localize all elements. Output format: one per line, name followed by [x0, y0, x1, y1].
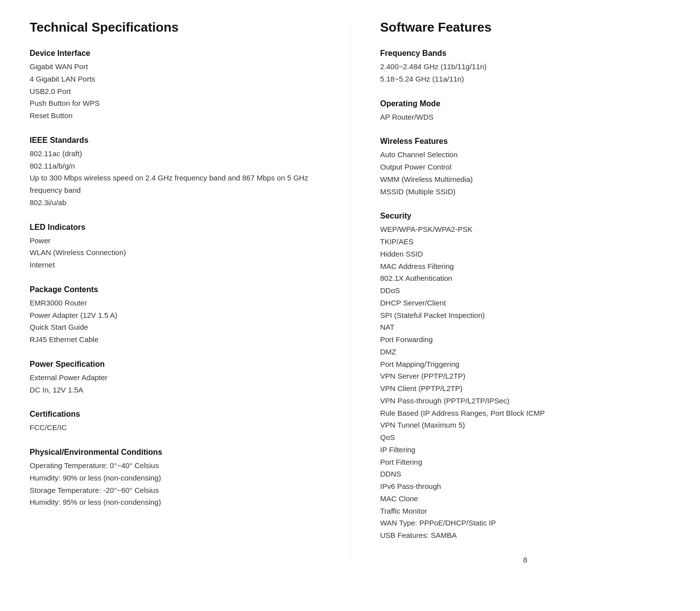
- section-heading-led-indicators: LED Indicators: [30, 223, 321, 232]
- section-line: IP Filtering: [380, 444, 671, 456]
- section-line: Hidden SSID: [380, 248, 671, 261]
- section-body-operating-mode: AP Router/WDS: [380, 111, 671, 124]
- section-line: Storage Temperature: -20°~60° Celsius: [30, 484, 321, 497]
- section-line: Operating Temperature: 0°~40° Celsius: [30, 460, 321, 472]
- section-line: Port Filtering: [380, 456, 671, 469]
- section-line: DDNS: [380, 468, 671, 480]
- section-line: WAN Type: PPPoE/DHCP/Static IP: [380, 517, 671, 529]
- section-line: Push Button for WPS: [30, 97, 321, 110]
- section-line: WLAN (Wireless Connection): [30, 247, 321, 259]
- section-line: 802.1X Authentication: [380, 272, 671, 285]
- section-line: Output Power Control: [380, 161, 671, 174]
- section-heading-ieee-standards: IEEE Standards: [30, 136, 321, 145]
- section-body-wireless-features: Auto Channel SelectionOutput Power Contr…: [380, 149, 671, 198]
- section-operating-mode: Operating ModeAP Router/WDS: [380, 99, 671, 124]
- section-body-security: WEP/WPA-PSK/WPA2-PSKTKIP/AESHidden SSIDM…: [380, 223, 671, 542]
- section-line: Up to 300 Mbps wireless speed on 2.4 GHz…: [30, 172, 321, 197]
- section-body-frequency-bands: 2.400~2.484 GHz (11b/11g/11n)5.18~5.24 G…: [380, 61, 671, 86]
- section-line: Humidity: 95% or less (non-condensing): [30, 496, 321, 509]
- section-line: Power: [30, 235, 321, 247]
- section-line: VPN Pass-through (PPTP/L2TP/IPSec): [380, 395, 671, 407]
- section-line: DDoS: [380, 285, 671, 297]
- section-line: MAC Address Filtering: [380, 261, 671, 273]
- section-line: Rule Based (IP Address Ranges, Port Bloc…: [380, 407, 671, 420]
- section-security: SecurityWEP/WPA-PSK/WPA2-PSKTKIP/AESHidd…: [380, 212, 671, 542]
- section-line: DC In, 12V 1.5A: [30, 384, 321, 396]
- section-line: Quick Start Guide: [30, 321, 321, 334]
- section-heading-physical-environmental: Physical/Environmental Conditions: [30, 448, 321, 457]
- section-body-package-contents: EMR3000 RouterPower Adapter (12V 1.5 A)Q…: [30, 297, 321, 346]
- section-device-interface: Device InterfaceGigabit WAN Port4 Gigabi…: [30, 49, 321, 122]
- section-line: USB Features: SAMBA: [380, 529, 671, 542]
- section-line: 802.11ac (draft): [30, 148, 321, 160]
- left-page-title: Technical Specifications: [30, 20, 321, 35]
- section-line: Power Adapter (12V 1.5 A): [30, 309, 321, 322]
- section-heading-package-contents: Package Contents: [30, 285, 321, 294]
- section-line: 4 Gigabit LAN Ports: [30, 73, 321, 86]
- right-sections: Frequency Bands2.400~2.484 GHz (11b/11g/…: [380, 49, 671, 542]
- section-line: DMZ: [380, 346, 671, 358]
- section-body-led-indicators: PowerWLAN (Wireless Connection)Internet: [30, 235, 321, 271]
- section-line: 802.3i/u/ab: [30, 197, 321, 209]
- section-line: TKIP/AES: [380, 236, 671, 248]
- section-heading-wireless-features: Wireless Features: [380, 137, 671, 146]
- section-line: Traffic Monitor: [380, 505, 671, 518]
- section-heading-frequency-bands: Frequency Bands: [380, 49, 671, 58]
- section-line: NAT: [380, 321, 671, 334]
- section-line: Humidity: 90% or less (non-condensing): [30, 472, 321, 484]
- section-package-contents: Package ContentsEMR3000 RouterPower Adap…: [30, 285, 321, 346]
- left-column: Technical Specifications Device Interfac…: [30, 20, 350, 564]
- section-line: EMR3000 Router: [30, 297, 321, 309]
- section-physical-environmental: Physical/Environmental ConditionsOperati…: [30, 448, 321, 509]
- section-line: Port Mapping/Triggering: [380, 358, 671, 371]
- page-layout: Technical Specifications Device Interfac…: [30, 20, 670, 564]
- section-line: SPI (Stateful Packet Inspection): [380, 309, 671, 322]
- section-line: MSSID (Multiple SSID): [380, 186, 671, 198]
- section-line: WMM (Wireless Multimedia): [380, 174, 671, 186]
- section-line: Reset Button: [30, 110, 321, 122]
- section-line: IPv6 Pass-through: [380, 480, 671, 493]
- section-heading-operating-mode: Operating Mode: [380, 99, 671, 108]
- section-line: 5.18~5.24 GHz (11a/11n): [380, 73, 671, 86]
- section-line: AP Router/WDS: [380, 111, 671, 124]
- section-line: 802.11a/b/g/n: [30, 160, 321, 173]
- section-line: VPN Client (PPTP/L2TP): [380, 383, 671, 395]
- section-line: Gigabit WAN Port: [30, 61, 321, 73]
- section-line: QoS: [380, 432, 671, 444]
- section-line: VPN Server (PPTP/L2TP): [380, 370, 671, 383]
- section-line: Port Forwarding: [380, 334, 671, 346]
- section-body-device-interface: Gigabit WAN Port4 Gigabit LAN PortsUSB2.…: [30, 61, 321, 122]
- section-line: RJ45 Ethernet Cable: [30, 334, 321, 346]
- section-line: 2.400~2.484 GHz (11b/11g/11n): [380, 61, 671, 73]
- section-wireless-features: Wireless FeaturesAuto Channel SelectionO…: [380, 137, 671, 198]
- section-body-physical-environmental: Operating Temperature: 0°~40° CelsiusHum…: [30, 460, 321, 509]
- left-sections: Device InterfaceGigabit WAN Port4 Gigabi…: [30, 49, 321, 509]
- section-line: Internet: [30, 259, 321, 271]
- section-frequency-bands: Frequency Bands2.400~2.484 GHz (11b/11g/…: [380, 49, 671, 86]
- section-led-indicators: LED IndicatorsPowerWLAN (Wireless Connec…: [30, 223, 321, 271]
- section-body-ieee-standards: 802.11ac (draft)802.11a/b/g/nUp to 300 M…: [30, 148, 321, 209]
- section-line: MAC Clone: [380, 493, 671, 505]
- section-ieee-standards: IEEE Standards802.11ac (draft)802.11a/b/…: [30, 136, 321, 209]
- section-heading-certifications: Certifications: [30, 410, 321, 419]
- section-line: External Power Adapter: [30, 372, 321, 384]
- section-line: USB2.0 Port: [30, 86, 321, 98]
- section-line: FCC/CE/IC: [30, 422, 321, 434]
- section-heading-device-interface: Device Interface: [30, 49, 321, 58]
- page-number: 8: [380, 556, 671, 564]
- section-heading-security: Security: [380, 212, 671, 220]
- right-page-title: Software Features: [380, 20, 671, 35]
- section-body-certifications: FCC/CE/IC: [30, 422, 321, 434]
- section-body-power-specification: External Power AdapterDC In, 12V 1.5A: [30, 372, 321, 396]
- section-line: VPN Tunnel (Maximum 5): [380, 419, 671, 432]
- section-line: Auto Channel Selection: [380, 149, 671, 161]
- section-line: WEP/WPA-PSK/WPA2-PSK: [380, 223, 671, 236]
- section-heading-power-specification: Power Specification: [30, 360, 321, 369]
- section-power-specification: Power SpecificationExternal Power Adapte…: [30, 360, 321, 396]
- right-column: Software Features Frequency Bands2.400~2…: [350, 20, 671, 564]
- section-certifications: CertificationsFCC/CE/IC: [30, 410, 321, 434]
- section-line: DHCP Server/Client: [380, 297, 671, 309]
